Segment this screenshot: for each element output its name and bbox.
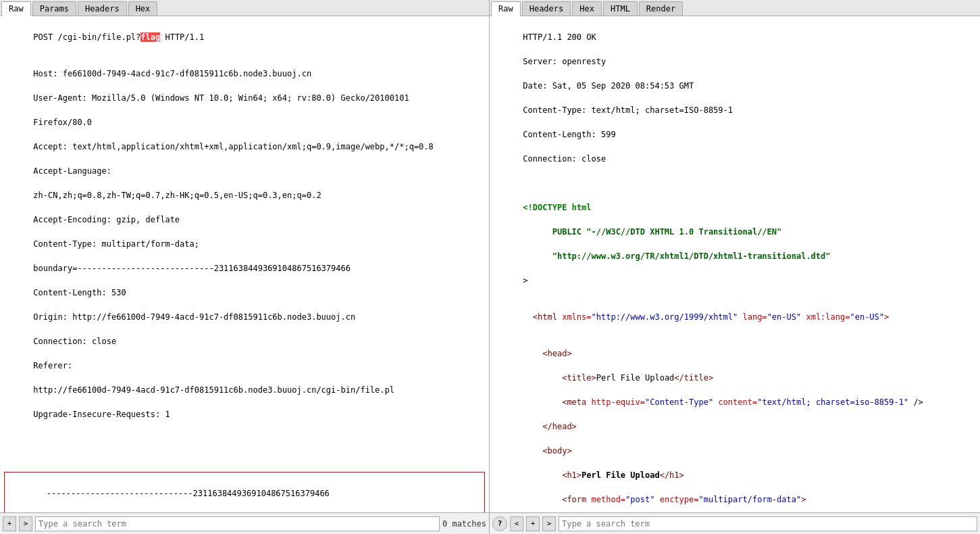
body-open: <body>: [523, 446, 571, 456]
header-host: Host: fe66100d-7949-4acd-91c7-df0815911c…: [33, 69, 311, 78]
header-referer-value: http://fe66100d-7949-4acd-91c7-df0815911…: [33, 385, 394, 395]
forward-button-left[interactable]: >: [19, 516, 32, 531]
right-content: HTTP/1.1 200 OK Server: openresty Date: …: [490, 16, 980, 512]
tab-params[interactable]: Params: [32, 1, 76, 16]
left-nav-controls: + >: [3, 516, 32, 531]
forward-button-right[interactable]: >: [542, 516, 556, 531]
header-referer-label: Referer:: [33, 361, 72, 370]
h1-line: <h1>Perl File Upload</h1>: [523, 470, 684, 480]
connection-header: Connection: close: [523, 154, 606, 164]
header-useragent: User-Agent: Mozilla/5.0 (Windows NT 10.0…: [33, 93, 409, 103]
left-tab-bar: Raw Params Headers Hex: [0, 0, 489, 16]
tab-raw-left[interactable]: Raw: [1, 1, 31, 16]
dtd-url: "http://www.w3.org/TR/xhtml1/DTD/xhtml1-…: [523, 251, 830, 261]
header-accept-lang-label: Accept-Language:: [33, 166, 111, 176]
head-open: <head>: [523, 349, 571, 358]
tab-render[interactable]: Render: [639, 1, 683, 16]
match-count-left: 0 matches: [442, 519, 486, 529]
doctype-comment: <!DOCTYPE html: [523, 203, 591, 212]
search-input-left[interactable]: [35, 516, 440, 531]
right-tab-bar: Raw Headers Hex HTML Render: [490, 0, 980, 16]
server-header: Server: openresty: [523, 57, 606, 66]
header-connection: Connection: close: [33, 337, 116, 346]
tab-hex-left[interactable]: Hex: [128, 1, 158, 16]
head-close: </head>: [523, 422, 576, 431]
header-content-type: Content-Type: multipart/form-data;: [33, 239, 199, 249]
flag-highlight: flag: [140, 32, 160, 42]
left-bottom-bar: + > 0 matches: [0, 512, 489, 534]
header-origin: Origin: http://fe66100d-7949-4acd-91c7-d…: [33, 312, 355, 322]
left-panel: Raw Params Headers Hex POST /cgi-bin/fil…: [0, 0, 490, 534]
meta-line: <meta http-equiv="Content-Type" content=…: [523, 397, 923, 407]
header-accept-lang-value: zh-CN,zh;q=0.8,zh-TW;q=0.7,zh-HK;q=0.5,e…: [33, 191, 321, 200]
html-open: <html xmlns="http://www.w3.org/1999/xhtm…: [494, 312, 889, 334]
tab-hex-right[interactable]: Hex: [572, 1, 602, 16]
date-header: Date: Sat, 05 Sep 2020 08:54:53 GMT: [523, 81, 694, 91]
header-accept-encoding: Accept-Encoding: gzip, deflate: [33, 215, 180, 224]
content-type-header: Content-Type: text/html; charset=ISO-885…: [523, 105, 733, 115]
form-open: <form method="post" enctype="multipart/f…: [523, 495, 806, 504]
right-bottom-bar: ? < + >: [490, 512, 980, 534]
box1-boundary: ------------------------------2311638449…: [47, 489, 330, 498]
header-firefox: Firefox/80.0: [33, 118, 92, 127]
tab-html[interactable]: HTML: [603, 1, 638, 16]
tab-headers-right[interactable]: Headers: [522, 1, 571, 16]
http-status: HTTP/1.1 200 OK: [523, 32, 596, 42]
add-button-right[interactable]: +: [526, 516, 540, 531]
public-line: PUBLIC "-//W3C//DTD XHTML 1.0 Transition…: [523, 227, 781, 237]
help-button[interactable]: ?: [492, 516, 507, 531]
back-button-right[interactable]: <: [510, 516, 523, 531]
header-content-length: Content-Length: 530: [33, 288, 126, 297]
search-input-right[interactable]: [559, 516, 977, 531]
title-line: <title>Perl File Upload</title>: [523, 373, 713, 383]
multipart-box-1: ------------------------------2311638449…: [4, 472, 485, 512]
tab-raw-right[interactable]: Raw: [491, 1, 521, 16]
left-content: POST /cgi-bin/file.pl?flag HTTP/1.1 Host…: [0, 16, 489, 512]
right-panel: Raw Headers Hex HTML Render HTTP/1.1 200…: [490, 0, 980, 534]
gt-bracket: >: [523, 276, 527, 285]
content-length-header: Content-Length: 599: [523, 130, 615, 139]
tab-headers-left[interactable]: Headers: [78, 1, 127, 16]
header-boundary: boundary=----------------------------231…: [33, 264, 351, 273]
header-accept: Accept: text/html,application/xhtml+xml,…: [33, 142, 433, 151]
add-button-left[interactable]: +: [3, 516, 16, 531]
header-upgrade: Upgrade-Insecure-Requests: 1: [33, 410, 170, 419]
request-line: POST /cgi-bin/file.pl?flag HTTP/1.1: [33, 32, 204, 42]
